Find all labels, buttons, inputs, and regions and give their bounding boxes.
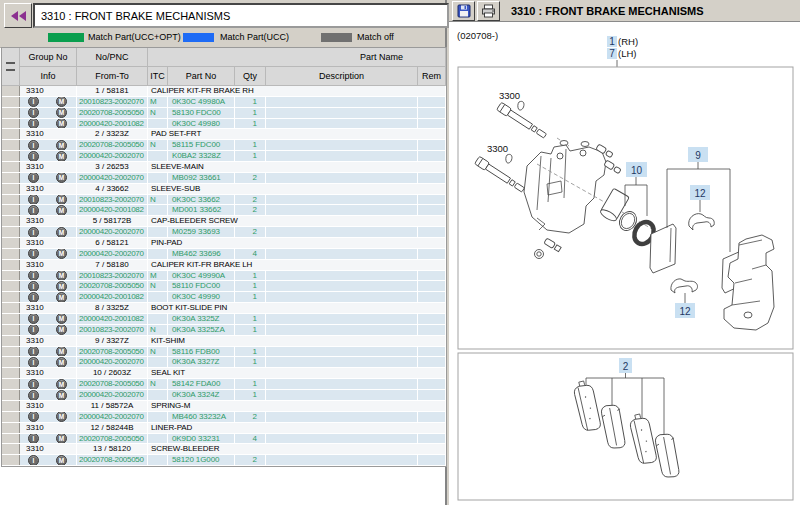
info-icon-i[interactable]: I	[28, 325, 39, 335]
part-detail-row[interactable]: IM20010823-2002070N0K30A 3325ZA1	[2, 325, 446, 336]
info-icon-i[interactable]: I	[28, 412, 39, 422]
info-icon-m[interactable]: M	[56, 195, 67, 205]
callout-10[interactable]: 10	[625, 162, 647, 216]
part-group-row[interactable]: 33102 / 3323ZPAD SET-FRT	[2, 129, 446, 140]
info-icon-i[interactable]: I	[28, 357, 39, 367]
info-icon-m[interactable]: M	[56, 314, 67, 324]
part-detail-row[interactable]: IM20000420-20020700K30A 3327Z1	[2, 357, 446, 368]
info-icon-i[interactable]: I	[28, 195, 39, 205]
info-icon-m[interactable]: M	[56, 325, 67, 335]
info-icon-i[interactable]: I	[28, 390, 39, 400]
info-icon-i[interactable]: I	[28, 249, 39, 259]
info-icon-i[interactable]: I	[28, 455, 39, 465]
part-detail-row[interactable]: IM20010823-2002070N0K30C 336622	[2, 195, 446, 206]
part-group-row[interactable]: 33105 / 58172BCAP-BLEEDER SCREW	[2, 216, 446, 227]
row-handle	[2, 314, 20, 324]
part-group-row[interactable]: 331013 / 58120SCREW-BLEEDER	[2, 444, 446, 455]
info-icon-m[interactable]: M	[56, 108, 67, 118]
part-group-row[interactable]: 331012 / 58244BLINER-PAD	[2, 423, 446, 434]
part-detail-row[interactable]: IM20000420-20020700K30A 3324Z1	[2, 390, 446, 401]
info-icon-m[interactable]: M	[56, 97, 67, 107]
info-icon-i[interactable]: I	[28, 173, 39, 183]
part-group-row[interactable]: 33108 / 3325ZBOOT KIT-SLIDE PIN	[2, 303, 446, 314]
info-icon-m[interactable]: M	[56, 455, 67, 465]
info-icon-m[interactable]: M	[56, 173, 67, 183]
callout-1[interactable]: 1	[609, 36, 615, 47]
info-icon-m[interactable]: M	[56, 271, 67, 281]
save-button[interactable]	[452, 1, 475, 21]
info-icon-m[interactable]: M	[56, 119, 67, 129]
part-detail-row[interactable]: IM20000420-20010820K30C 499901	[2, 292, 446, 303]
callout-12-lower[interactable]: 12	[675, 293, 695, 318]
info-icon-m[interactable]: M	[56, 205, 67, 215]
info-icon-m[interactable]: M	[56, 390, 67, 400]
callout-12-upper[interactable]: 12	[690, 185, 710, 212]
part-group-row[interactable]: 33101 / 58181CALIPER KIT-FR BRAKE RH	[2, 86, 446, 97]
part-detail-row[interactable]: IM20020708-2005050N58115 FDC001	[2, 140, 446, 151]
part-group-row[interactable]: 33107 / 58180CALIPER KIT-FR BRAKE LH	[2, 260, 446, 271]
info-icon-m[interactable]: M	[56, 140, 67, 150]
info-icon-i[interactable]: I	[28, 140, 39, 150]
part-detail-row[interactable]: IM20000420-2002070MB460 33232A2	[2, 412, 446, 423]
part-detail-row[interactable]: IM20020708-2005050N58110 FDC001	[2, 281, 446, 292]
callout-7[interactable]: 7	[609, 48, 615, 59]
part-group-row[interactable]: 331010 / 2603ZSEAL KIT	[2, 368, 446, 379]
info-icon-m[interactable]: M	[56, 357, 67, 367]
info-icon-i[interactable]: I	[28, 108, 39, 118]
part-detail-row[interactable]: IM20000420-20010820K30A 3325Z1	[2, 314, 446, 325]
info-icon-m[interactable]: M	[56, 379, 67, 389]
info-icon-i[interactable]: I	[28, 227, 39, 237]
from-to: 20000420-2002070	[77, 412, 148, 422]
part-detail-row[interactable]: IM20020708-2005050N58142 FDA001	[2, 379, 446, 390]
print-button[interactable]	[477, 1, 500, 21]
info-icon-m[interactable]: M	[56, 227, 67, 237]
info-icon-i[interactable]: I	[28, 379, 39, 389]
info-icon-m[interactable]: M	[56, 292, 67, 302]
part-detail-row[interactable]: IM20000420-2002070M0259 336932	[2, 227, 446, 238]
part-group-row[interactable]: 33106 / 58121PIN-PAD	[2, 238, 446, 249]
from-to: 20000420-2001082	[77, 205, 148, 215]
remark	[418, 173, 446, 183]
part-detail-row[interactable]: IM20020708-200505058120 1G0002	[2, 455, 446, 466]
part-group-row[interactable]: 33104 / 33662SLEEVE-SUB	[2, 184, 446, 195]
part-group-row[interactable]: 33103 / 26253SLEEVE-MAIN	[2, 162, 446, 173]
part-detail-row[interactable]: IM20000420-2002070MB092 336612	[2, 173, 446, 184]
info-icon-i[interactable]: I	[28, 97, 39, 107]
part-detail-row[interactable]: IM20010823-2002070M0K30C 49990A1	[2, 271, 446, 282]
info-icon-i[interactable]: I	[28, 281, 39, 291]
info-icon-i[interactable]: I	[28, 292, 39, 302]
info-icon-m[interactable]: M	[56, 281, 67, 291]
part-group-row[interactable]: 331011 / 58572ASPRING-M	[2, 401, 446, 412]
part-detail-row[interactable]: IM20020708-2005050N58116 FDB001	[2, 347, 446, 358]
info-icon-i[interactable]: I	[28, 271, 39, 281]
info-icon-i[interactable]: I	[28, 119, 39, 129]
part-detail-row[interactable]: IM20020708-2005050N58130 FDC001	[2, 108, 446, 119]
part-detail-row[interactable]: IM20000420-20010820K30C 499801	[2, 119, 446, 130]
callout-caliper-rh-lh[interactable]: 1 (RH) 7 (LH)	[607, 36, 638, 67]
info-icon-i[interactable]: I	[28, 434, 39, 444]
description	[266, 249, 418, 259]
diagram-toolbar: 3310 : FRONT BRAKE MECHANISMS	[449, 0, 800, 22]
row-handle	[2, 357, 20, 367]
info-icon-m[interactable]: M	[56, 249, 67, 259]
part-detail-row[interactable]: IM20020708-20050500K9D0 332314	[2, 434, 446, 445]
info-icon-i[interactable]: I	[28, 205, 39, 215]
remark	[418, 314, 446, 324]
part-group-row[interactable]: 33109 / 3327ZKIT-SHIM	[2, 336, 446, 347]
part-detail-row[interactable]: IM20000420-2001082MD001 336622	[2, 205, 446, 216]
part-detail-row[interactable]: IM20000420-2002070MB462 336964	[2, 249, 446, 260]
part-detail-row[interactable]: IM20010823-2002070M0K30C 49980A1	[2, 97, 446, 108]
ref-group-3300-lower[interactable]: 3300	[487, 143, 512, 163]
info-icon-m[interactable]: M	[56, 434, 67, 444]
legend-label-off: Match off	[357, 32, 394, 42]
info-icon-i[interactable]: I	[28, 347, 39, 357]
info-icon-i[interactable]: I	[28, 314, 39, 324]
info-icon-i[interactable]: I	[28, 151, 39, 161]
no-pnc: 10 / 2603Z	[77, 368, 148, 378]
info-icon-m[interactable]: M	[56, 151, 67, 161]
part-detail-row[interactable]: IM20000420-2002070K0BA2 3328Z1	[2, 151, 446, 162]
section-title-input[interactable]	[33, 3, 449, 28]
info-icon-m[interactable]: M	[56, 412, 67, 422]
info-icon-m[interactable]: M	[56, 347, 67, 357]
back-button[interactable]	[4, 3, 32, 28]
